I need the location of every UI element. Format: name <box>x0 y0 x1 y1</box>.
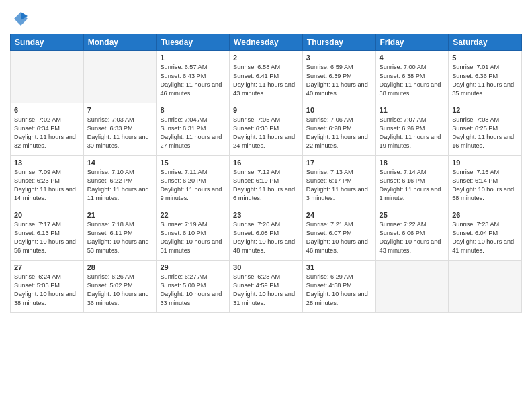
day-cell <box>11 51 84 103</box>
day-number: 22 <box>160 211 226 219</box>
day-cell: 31Sunrise: 6:29 AM Sunset: 4:58 PM Dayli… <box>302 261 375 313</box>
day-header-thursday: Thursday <box>302 34 375 51</box>
day-info: Sunrise: 6:57 AM Sunset: 6:43 PM Dayligh… <box>160 63 226 98</box>
day-info: Sunrise: 7:21 AM Sunset: 6:07 PM Dayligh… <box>306 220 372 255</box>
day-number: 27 <box>14 263 80 271</box>
day-cell: 23Sunrise: 7:20 AM Sunset: 6:08 PM Dayli… <box>230 208 303 261</box>
day-number: 21 <box>87 211 153 219</box>
day-cell: 9Sunrise: 7:05 AM Sunset: 6:30 PM Daylig… <box>230 103 303 156</box>
day-cell: 17Sunrise: 7:13 AM Sunset: 6:17 PM Dayli… <box>302 156 375 208</box>
day-cell: 3Sunrise: 6:59 AM Sunset: 6:39 PM Daylig… <box>302 51 375 103</box>
days-header-row: SundayMondayTuesdayWednesdayThursdayFrid… <box>11 34 522 51</box>
week-row-3: 13Sunrise: 7:09 AM Sunset: 6:23 PM Dayli… <box>11 156 522 208</box>
day-info: Sunrise: 7:00 AM Sunset: 6:38 PM Dayligh… <box>380 63 445 98</box>
day-number: 4 <box>380 54 445 62</box>
day-info: Sunrise: 6:26 AM Sunset: 5:02 PM Dayligh… <box>87 273 153 308</box>
day-cell: 6Sunrise: 7:02 AM Sunset: 6:34 PM Daylig… <box>11 103 84 156</box>
day-info: Sunrise: 6:29 AM Sunset: 4:58 PM Dayligh… <box>306 273 372 308</box>
day-info: Sunrise: 7:05 AM Sunset: 6:30 PM Dayligh… <box>233 116 299 150</box>
day-header-monday: Monday <box>83 34 157 51</box>
day-cell: 13Sunrise: 7:09 AM Sunset: 6:23 PM Dayli… <box>11 156 84 208</box>
calendar-table: SundayMondayTuesdayWednesdayThursdayFrid… <box>10 34 522 313</box>
day-header-sunday: Sunday <box>11 34 84 51</box>
day-number: 12 <box>452 106 518 114</box>
day-cell: 16Sunrise: 7:12 AM Sunset: 6:19 PM Dayli… <box>230 156 303 208</box>
day-cell: 2Sunrise: 6:58 AM Sunset: 6:41 PM Daylig… <box>230 51 303 103</box>
day-number: 24 <box>306 211 372 219</box>
day-cell: 12Sunrise: 7:08 AM Sunset: 6:25 PM Dayli… <box>449 103 522 156</box>
day-cell: 14Sunrise: 7:10 AM Sunset: 6:22 PM Dayli… <box>83 156 157 208</box>
day-cell: 1Sunrise: 6:57 AM Sunset: 6:43 PM Daylig… <box>157 51 230 103</box>
day-number: 6 <box>14 106 80 114</box>
day-info: Sunrise: 6:59 AM Sunset: 6:39 PM Dayligh… <box>306 63 372 98</box>
logo <box>10 9 30 28</box>
day-info: Sunrise: 7:06 AM Sunset: 6:28 PM Dayligh… <box>306 116 372 150</box>
day-cell: 4Sunrise: 7:00 AM Sunset: 6:38 PM Daylig… <box>375 51 449 103</box>
day-info: Sunrise: 7:20 AM Sunset: 6:08 PM Dayligh… <box>233 220 299 255</box>
day-info: Sunrise: 7:22 AM Sunset: 6:06 PM Dayligh… <box>380 220 445 255</box>
day-number: 11 <box>380 106 445 114</box>
day-cell: 5Sunrise: 7:01 AM Sunset: 6:36 PM Daylig… <box>449 51 522 103</box>
day-number: 9 <box>233 106 299 114</box>
day-info: Sunrise: 7:09 AM Sunset: 6:23 PM Dayligh… <box>14 168 80 203</box>
day-number: 5 <box>452 54 518 62</box>
week-row-5: 27Sunrise: 6:24 AM Sunset: 5:03 PM Dayli… <box>11 261 522 313</box>
day-info: Sunrise: 7:15 AM Sunset: 6:14 PM Dayligh… <box>452 168 518 203</box>
day-number: 7 <box>87 106 153 114</box>
day-info: Sunrise: 7:11 AM Sunset: 6:20 PM Dayligh… <box>160 168 226 203</box>
day-info: Sunrise: 7:02 AM Sunset: 6:34 PM Dayligh… <box>14 116 80 150</box>
day-number: 8 <box>160 106 226 114</box>
day-number: 29 <box>160 263 226 271</box>
day-info: Sunrise: 7:01 AM Sunset: 6:36 PM Dayligh… <box>452 63 518 98</box>
day-cell: 11Sunrise: 7:07 AM Sunset: 6:26 PM Dayli… <box>375 103 449 156</box>
day-info: Sunrise: 6:24 AM Sunset: 5:03 PM Dayligh… <box>14 273 80 308</box>
day-number: 3 <box>306 54 372 62</box>
day-cell: 25Sunrise: 7:22 AM Sunset: 6:06 PM Dayli… <box>375 208 449 261</box>
day-cell <box>375 261 449 313</box>
day-info: Sunrise: 7:13 AM Sunset: 6:17 PM Dayligh… <box>306 168 372 203</box>
day-number: 17 <box>306 158 372 167</box>
day-cell: 24Sunrise: 7:21 AM Sunset: 6:07 PM Dayli… <box>302 208 375 261</box>
calendar-header <box>10 7 522 28</box>
day-cell <box>449 261 522 313</box>
day-cell: 21Sunrise: 7:18 AM Sunset: 6:11 PM Dayli… <box>83 208 157 261</box>
day-info: Sunrise: 7:03 AM Sunset: 6:33 PM Dayligh… <box>87 116 153 150</box>
day-number: 15 <box>160 158 226 167</box>
day-cell: 22Sunrise: 7:19 AM Sunset: 6:10 PM Dayli… <box>157 208 230 261</box>
day-info: Sunrise: 7:19 AM Sunset: 6:10 PM Dayligh… <box>160 220 226 255</box>
day-number: 16 <box>233 158 299 167</box>
day-cell: 18Sunrise: 7:14 AM Sunset: 6:16 PM Dayli… <box>375 156 449 208</box>
day-info: Sunrise: 7:17 AM Sunset: 6:13 PM Dayligh… <box>14 220 80 255</box>
day-info: Sunrise: 7:07 AM Sunset: 6:26 PM Dayligh… <box>380 116 445 150</box>
day-number: 28 <box>87 263 153 271</box>
day-number: 1 <box>160 54 226 62</box>
day-cell: 29Sunrise: 6:27 AM Sunset: 5:00 PM Dayli… <box>157 261 230 313</box>
day-number: 23 <box>233 211 299 219</box>
day-info: Sunrise: 7:14 AM Sunset: 6:16 PM Dayligh… <box>380 168 445 203</box>
day-info: Sunrise: 7:04 AM Sunset: 6:31 PM Dayligh… <box>160 116 226 150</box>
day-number: 19 <box>452 158 518 167</box>
day-cell: 19Sunrise: 7:15 AM Sunset: 6:14 PM Dayli… <box>449 156 522 208</box>
day-number: 18 <box>380 158 445 167</box>
day-cell: 8Sunrise: 7:04 AM Sunset: 6:31 PM Daylig… <box>157 103 230 156</box>
logo-icon <box>11 9 30 28</box>
day-cell: 28Sunrise: 6:26 AM Sunset: 5:02 PM Dayli… <box>83 261 157 313</box>
calendar-container: SundayMondayTuesdayWednesdayThursdayFrid… <box>0 0 532 411</box>
day-cell: 10Sunrise: 7:06 AM Sunset: 6:28 PM Dayli… <box>302 103 375 156</box>
day-number: 25 <box>380 211 445 219</box>
day-number: 31 <box>306 263 372 271</box>
day-cell: 27Sunrise: 6:24 AM Sunset: 5:03 PM Dayli… <box>11 261 84 313</box>
day-cell: 30Sunrise: 6:28 AM Sunset: 4:59 PM Dayli… <box>230 261 303 313</box>
day-header-tuesday: Tuesday <box>157 34 230 51</box>
day-info: Sunrise: 7:18 AM Sunset: 6:11 PM Dayligh… <box>87 220 153 255</box>
day-info: Sunrise: 7:10 AM Sunset: 6:22 PM Dayligh… <box>87 168 153 203</box>
day-info: Sunrise: 7:12 AM Sunset: 6:19 PM Dayligh… <box>233 168 299 203</box>
day-number: 10 <box>306 106 372 114</box>
day-number: 30 <box>233 263 299 271</box>
day-info: Sunrise: 7:08 AM Sunset: 6:25 PM Dayligh… <box>452 116 518 150</box>
week-row-2: 6Sunrise: 7:02 AM Sunset: 6:34 PM Daylig… <box>11 103 522 156</box>
day-cell: 7Sunrise: 7:03 AM Sunset: 6:33 PM Daylig… <box>83 103 157 156</box>
day-cell: 20Sunrise: 7:17 AM Sunset: 6:13 PM Dayli… <box>11 208 84 261</box>
day-info: Sunrise: 6:58 AM Sunset: 6:41 PM Dayligh… <box>233 63 299 98</box>
day-cell <box>83 51 157 103</box>
